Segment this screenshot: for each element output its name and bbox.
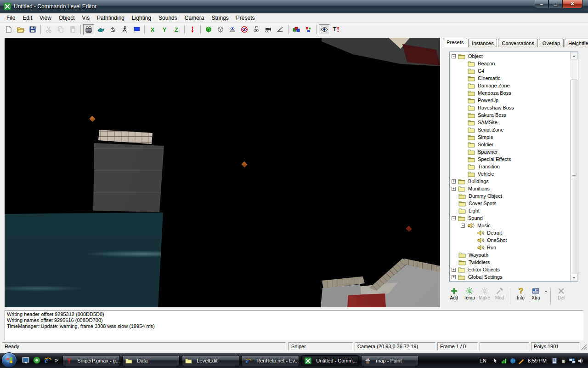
menu-sounds[interactable]: Sounds xyxy=(155,14,181,22)
tree-item-vehicle[interactable]: Vehicle xyxy=(450,170,570,178)
menu-view[interactable]: View xyxy=(36,14,55,22)
toolbar-camera-mode-button[interactable] xyxy=(83,24,94,35)
toolbar-instance-cubes-button[interactable] xyxy=(303,24,314,35)
toolbar-comment-flag-button[interactable] xyxy=(131,24,142,35)
toolbar-axis-x-button[interactable]: X xyxy=(147,24,158,35)
toolbar-axis-z-button[interactable]: Z xyxy=(171,24,182,35)
menu-file[interactable]: File xyxy=(3,14,19,22)
tree-item-beacon[interactable]: Beacon xyxy=(450,60,570,67)
toolbar-render-teapot-button[interactable] xyxy=(95,24,106,35)
toolbar-new-file-button[interactable] xyxy=(3,24,14,35)
taskbar-button-data[interactable]: Data xyxy=(122,355,180,366)
tree-item-global-settings[interactable]: +Global Settings xyxy=(450,273,570,281)
language-indicator[interactable]: EN xyxy=(480,358,486,363)
toolbar-angle-tool-button[interactable] xyxy=(275,24,286,35)
menu-presets[interactable]: Presets xyxy=(232,14,259,22)
maximize-button[interactable]: □ xyxy=(548,0,562,8)
temp-button[interactable]: Temp xyxy=(462,287,477,300)
quick-launch-overflow-icon[interactable]: » xyxy=(55,356,58,363)
internet-explorer-icon[interactable]: e xyxy=(44,356,53,365)
tab-overlap[interactable]: Overlap xyxy=(539,39,564,47)
tree-item-simple[interactable]: Simple xyxy=(450,133,570,141)
tab-heightfield[interactable]: Heightfield xyxy=(565,39,588,47)
toolbar-walk-mode-button[interactable] xyxy=(119,24,130,35)
menu-object[interactable]: Object xyxy=(55,14,79,22)
toolbar-paste-button[interactable] xyxy=(67,24,78,35)
menu-camera[interactable]: Camera xyxy=(181,14,208,22)
orange-pen-icon[interactable] xyxy=(518,357,525,364)
info-button[interactable]: ?Info xyxy=(513,287,528,300)
viewport-object-marker[interactable] xyxy=(406,226,412,232)
dropdown-arrow-icon[interactable]: ▼ xyxy=(544,290,548,293)
start-button[interactable] xyxy=(1,352,17,368)
tab-instances[interactable]: Instances xyxy=(468,39,497,47)
toolbar-wire-cube-button[interactable] xyxy=(215,24,226,35)
doc-icon[interactable] xyxy=(551,357,558,364)
toolbar-copy-button[interactable] xyxy=(55,24,66,35)
toolbar-rotate-gizmo-button[interactable] xyxy=(107,24,118,35)
toolbar-camera-profile-button[interactable] xyxy=(263,24,274,35)
toolbar-solid-cube-button[interactable] xyxy=(203,24,214,35)
toolbar-vis-points-button[interactable] xyxy=(227,24,238,35)
tab-conversations[interactable]: Conversations xyxy=(498,39,537,47)
tree-item-detroit[interactable]: Detroit xyxy=(450,229,570,236)
xtra-button[interactable]: Xtra xyxy=(528,287,543,300)
collapse-icon[interactable]: − xyxy=(461,224,465,228)
collapse-icon[interactable]: − xyxy=(452,216,456,220)
tree-item-waypath[interactable]: Waypath xyxy=(450,251,570,259)
expand-icon[interactable]: + xyxy=(452,275,456,279)
toolbar-object-cubes-button[interactable] xyxy=(291,24,302,35)
tree-item-script-zone[interactable]: Script Zone xyxy=(450,126,570,133)
tree-item-buildings[interactable]: +Buildings xyxy=(450,178,570,185)
tree-item-damage-zone[interactable]: Damage Zone xyxy=(450,82,570,89)
scroll-up-icon[interactable]: ▲ xyxy=(570,52,578,59)
expand-icon[interactable]: + xyxy=(452,179,456,184)
toolbar-open-file-button[interactable] xyxy=(15,24,26,35)
tree-item-twiddlers[interactable]: Twiddlers xyxy=(450,259,570,266)
tree-item-run[interactable]: Run xyxy=(450,244,570,251)
plug-icon[interactable] xyxy=(560,357,567,364)
tree-item-raveshaw-boss[interactable]: Raveshaw Boss xyxy=(450,104,570,111)
collapse-icon[interactable]: − xyxy=(452,54,456,58)
menu-lighting[interactable]: Lighting xyxy=(128,14,155,22)
tab-presets[interactable]: Presets xyxy=(443,38,467,47)
minimize-button[interactable]: – xyxy=(535,0,548,8)
green-eq-icon[interactable] xyxy=(501,357,508,364)
expand-icon[interactable]: + xyxy=(452,268,456,272)
cursor-icon[interactable] xyxy=(492,357,499,364)
speaker-icon[interactable] xyxy=(577,357,584,364)
show-desktop-icon[interactable] xyxy=(22,356,31,365)
tree-item-transition[interactable]: Transition xyxy=(450,163,570,170)
blue-orb-icon[interactable] xyxy=(509,357,516,364)
viewport-object-marker[interactable] xyxy=(89,116,95,122)
tree-item-sakura-boss[interactable]: Sakura Boss xyxy=(450,111,570,119)
tree-item-music[interactable]: −Music xyxy=(450,222,570,229)
tree-item-spawner[interactable]: Spawner xyxy=(450,148,570,155)
clock[interactable]: 8:59 PM xyxy=(528,358,547,363)
tree-item-sound[interactable]: −Sound xyxy=(450,214,570,222)
tree-item-object[interactable]: −Object xyxy=(450,52,570,60)
toolbar-text-size-button[interactable]: T xyxy=(331,24,342,35)
tree-item-c4[interactable]: C4 xyxy=(450,67,570,75)
menu-vis[interactable]: Vis xyxy=(79,14,93,22)
tree-item-oneshot[interactable]: OneShot xyxy=(450,236,570,244)
menu-pathfinding[interactable]: Pathfinding xyxy=(93,14,128,22)
taskbar-button-untitled-comm[interactable]: Untitled - Comm... xyxy=(301,355,359,366)
add-button[interactable]: Add xyxy=(447,287,462,300)
tree-item-mendoza-boss[interactable]: Mendoza Boss xyxy=(450,89,570,97)
tree-item-cover-spots[interactable]: Cover Spots xyxy=(450,200,570,207)
scroll-down-icon[interactable]: ▼ xyxy=(570,274,578,281)
tree-item-munitions[interactable]: +Munitions xyxy=(450,185,570,192)
tree-item-cinematic[interactable]: Cinematic xyxy=(450,75,570,82)
tree-item-light[interactable]: Light xyxy=(450,207,570,214)
network-icon[interactable] xyxy=(569,357,576,364)
toolbar-visibility-eye-button[interactable] xyxy=(319,24,330,35)
taskbar-button-renhelp-net-ev[interactable]: eRenHelp.net - Ev... xyxy=(242,355,299,366)
switcher-icon[interactable] xyxy=(33,356,42,365)
menu-strings[interactable]: Strings xyxy=(208,14,232,22)
menu-edit[interactable]: Edit xyxy=(19,14,36,22)
expand-icon[interactable]: + xyxy=(452,187,456,191)
tree-item-samsite[interactable]: SAMSite xyxy=(450,119,570,126)
toolbar-axis-y-button[interactable]: Y xyxy=(159,24,170,35)
tree-item-soldier[interactable]: Soldier xyxy=(450,141,570,148)
